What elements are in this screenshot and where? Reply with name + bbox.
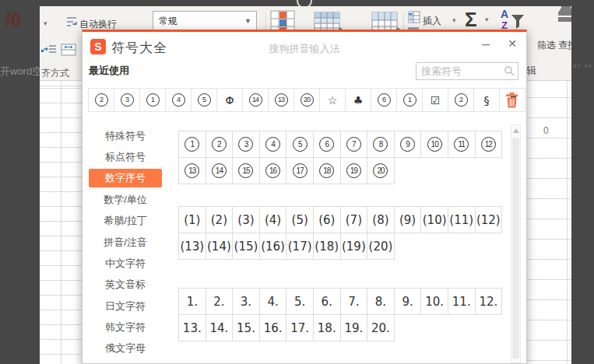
recent-symbol-cell[interactable]: 13 [268,88,294,112]
scrollbar[interactable] [511,124,521,363]
symbol-cell[interactable]: 11. [448,288,476,315]
symbol-cell[interactable]: (18) [313,233,341,260]
symbol-cell[interactable]: 3 [232,131,260,158]
number-format-select[interactable]: 常规 ▼ [153,11,257,31]
recent-symbol-cell[interactable]: ☑ [422,88,448,112]
symbol-cell[interactable]: (1) [178,206,206,233]
symbol-cell[interactable]: 5. [286,288,314,315]
symbol-cell[interactable]: 9. [394,288,422,315]
symbol-cell[interactable]: 10. [420,288,448,315]
symbol-cell[interactable]: 18 [313,157,341,184]
indent-icon[interactable] [43,44,57,59]
recent-symbol-cell[interactable]: ♣ [345,88,371,112]
category-item[interactable]: 拼音/注音 [89,233,162,252]
symbol-cell[interactable]: 9 [394,131,422,158]
recent-symbol-cell[interactable]: ☆ [319,88,346,112]
category-item[interactable]: 中文字符 [89,254,162,273]
category-item[interactable]: 标点符号 [89,148,162,166]
symbol-cell[interactable]: (11) [448,206,476,233]
category-item[interactable]: 日文字符 [89,297,162,316]
category-item[interactable]: 数字序号 [89,169,162,187]
symbol-cell[interactable]: 15 [232,157,260,184]
symbol-cell[interactable]: (20) [367,233,395,260]
symbol-cell[interactable]: 13 [178,157,206,184]
cell-value[interactable]: 0 [543,125,549,136]
symbol-cell[interactable]: 15. [232,314,260,341]
symbol-cell[interactable]: 19 [340,157,368,184]
symbol-cell[interactable]: 2 [206,131,234,158]
symbol-cell[interactable]: 7 [340,131,368,158]
minimize-button[interactable]: – [478,36,494,51]
filter-button[interactable]: 筛选 [537,39,556,52]
recent-symbol-cell[interactable]: 14 [242,88,269,112]
symbol-cell[interactable]: 11 [448,131,476,158]
category-item[interactable]: 英文音标 [89,275,162,294]
symbol-cell[interactable]: 17. [286,314,314,341]
symbol-cell[interactable]: 1 [178,131,206,158]
wrap-text-icon[interactable] [65,16,78,31]
symbol-cell[interactable]: 17 [286,157,314,184]
chevron-down-icon[interactable]: ▾ [44,19,47,27]
recent-symbol-cell[interactable]: 2 [88,88,114,112]
insert-button[interactable]: 插入 [423,15,441,28]
symbol-cell[interactable]: 19. [340,314,368,341]
symbol-cell[interactable]: (14) [206,233,234,260]
recent-symbol-cell[interactable]: 20 [293,88,320,112]
close-button[interactable]: ✕ [504,36,520,51]
merge-cells-icon[interactable] [61,44,76,59]
search-input[interactable] [416,62,518,80]
symbol-cell[interactable]: (7) [340,206,368,233]
recent-symbol-cell[interactable]: Φ [216,88,243,112]
recent-symbol-cell[interactable]: 3 [114,88,140,112]
recent-symbol-cell[interactable]: 4 [165,88,192,112]
symbol-cell[interactable]: 13. [178,314,206,341]
category-item[interactable]: 韩文字符 [89,318,162,337]
symbol-cell[interactable]: 2. [206,288,234,315]
symbol-cell[interactable]: (4) [259,206,287,233]
symbol-cell[interactable]: 5 [286,131,314,158]
symbol-cell[interactable]: (5) [286,206,314,233]
insert-cells-icon[interactable] [408,11,420,26]
chevron-down-icon[interactable]: ▾ [485,16,489,23]
symbol-cell[interactable]: 18. [313,314,341,341]
recent-symbol-cell[interactable]: 2 [448,88,474,112]
scroll-up-icon[interactable] [513,128,519,133]
symbol-cell[interactable]: 16. [259,314,287,341]
symbol-cell[interactable]: 8 [367,131,395,158]
recent-symbol-cell[interactable]: 5 [191,88,217,112]
symbol-cell[interactable]: 12. [475,288,503,315]
symbol-cell[interactable]: (6) [313,206,341,233]
recent-symbol-cell[interactable]: 1 [396,88,423,112]
symbol-cell[interactable]: (2) [206,206,234,233]
find-select-icon[interactable] [555,6,571,31]
autosum-button[interactable]: Σ [465,9,477,30]
chevron-down-icon[interactable]: ▼ [244,12,251,30]
symbol-cell[interactable]: (12) [475,206,503,233]
symbol-cell[interactable]: 6 [313,131,341,158]
symbol-cell[interactable]: 14 [206,157,234,184]
symbol-cell[interactable]: 6. [313,288,341,315]
symbol-cell[interactable]: 20. [367,314,395,341]
symbol-cell[interactable]: 4 [259,131,287,158]
recent-symbol-cell[interactable]: § [473,88,500,112]
category-item[interactable]: 数学/单位 [89,191,162,209]
recent-symbol-cell[interactable]: 6 [371,88,397,112]
symbol-cell[interactable]: (3) [232,206,260,233]
category-item[interactable]: 希腊/拉丁 [89,212,162,230]
symbol-cell[interactable]: 16 [259,157,287,184]
clear-recent-button[interactable] [503,91,520,110]
symbol-cell[interactable]: (16) [259,233,287,260]
symbol-cell[interactable]: 20 [367,157,395,184]
symbol-cell[interactable]: (9) [394,206,422,233]
category-item[interactable]: 制表符 [89,361,162,363]
symbol-cell[interactable]: 14. [206,314,234,341]
symbol-cell[interactable]: 7. [340,288,368,315]
find-replace-button[interactable]: 查找替 [558,39,571,52]
search-icon[interactable] [504,66,515,76]
symbol-cell[interactable]: (13) [178,233,206,260]
category-item[interactable]: 特殊符号 [89,127,162,145]
symbol-cell[interactable]: 4. [259,288,287,315]
symbol-cell[interactable]: 1. [178,288,206,315]
symbol-cell[interactable]: (8) [367,206,395,233]
scrollbar-thumb[interactable] [512,138,519,359]
